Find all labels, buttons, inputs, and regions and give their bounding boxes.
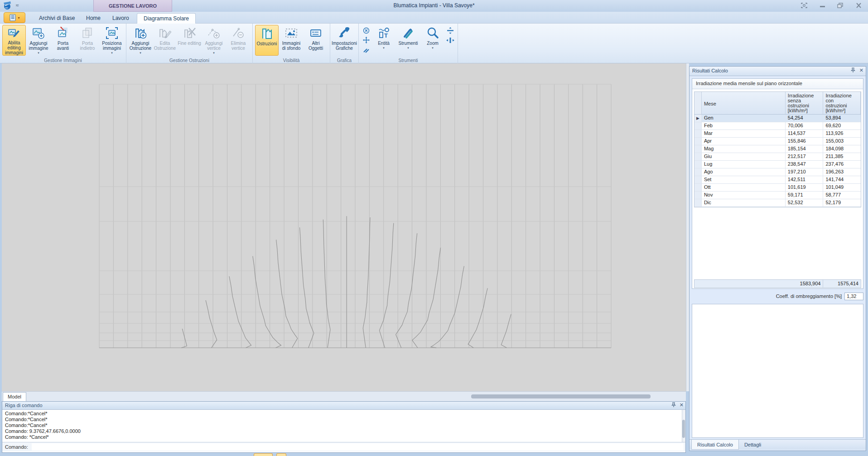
table-row-dic[interactable]: Dic 52,532 52,179 <box>694 199 861 207</box>
table-row-apr[interactable]: Apr 155,846 155,003 <box>694 138 861 145</box>
ribbon-button-ostruzioni[interactable]: Ostruzioni <box>255 25 279 56</box>
ribbon-group-label: Strumenti <box>359 58 458 63</box>
ribbon-button-edita-ostruzione: Edita Ostruzione <box>153 25 177 56</box>
ribbon-button-aggiungi-vertice: Aggiungi vertice▾ <box>202 25 226 56</box>
canvas-horizontal-scrollbar[interactable] <box>471 394 651 398</box>
ribbon-button-elimina-vertice: Elimina vertice <box>227 25 250 56</box>
table-row-ott[interactable]: Ott 101,619 101,049 <box>694 184 861 192</box>
ribbon-button-strumenti[interactable]: Strumenti▾ <box>396 25 420 56</box>
table-row-nov[interactable]: Nov 59,171 58,777 <box>694 192 861 199</box>
panel-tab-risultati-calcolo[interactable]: Risultati Calcolo <box>691 440 739 450</box>
ribbon-button-porta-avanti[interactable]: Porta avanti <box>51 25 75 56</box>
cell-senza: 155,846 <box>786 138 824 145</box>
tab-model[interactable]: Model <box>3 392 26 401</box>
command-history[interactable]: Comando:*Cancel*Comando:*Cancel*Comando:… <box>2 410 685 442</box>
table-row-feb[interactable]: Feb 70,006 69,620 <box>694 122 861 130</box>
spacing-horizontal-icon[interactable] <box>446 36 455 44</box>
canvas-vertical-scrollbar[interactable] <box>686 63 689 391</box>
ribbon-button-impostazioni-grafiche[interactable]: Impostazioni Grafiche <box>333 25 356 56</box>
command-history-scrollbar[interactable] <box>682 410 685 442</box>
cell-con: 101,049 <box>823 184 861 191</box>
table-row-set[interactable]: Set 142,511 141,744 <box>694 176 861 184</box>
command-input[interactable] <box>32 443 684 451</box>
table-row-mag[interactable]: Mag 185,154 184,098 <box>694 145 861 153</box>
cell-senza: 114,537 <box>786 130 824 137</box>
ribbon-button-zoom[interactable]: Zoom▾ <box>421 25 444 56</box>
ribbon-button-label: Aggiungi vertice <box>205 41 223 51</box>
row-indicator <box>694 168 702 176</box>
cell-mese: Nov <box>702 192 786 199</box>
close-button[interactable] <box>853 2 864 9</box>
ribbon-button-label: Aggiungi Ostruzione <box>130 41 151 51</box>
delete-vertex-icon <box>231 26 245 40</box>
cell-senza: 54,254 <box>786 115 824 122</box>
cell-con: 155,003 <box>823 138 861 145</box>
column-header-senza[interactable]: Irradiazione senzaostruzioni [kWh/m²] <box>786 92 824 114</box>
panel-tab-dettagli[interactable]: Dettagli <box>739 440 767 450</box>
table-header-row: Mese Irradiazione senzaostruzioni [kWh/m… <box>694 92 861 115</box>
cell-con: 196,263 <box>823 168 861 176</box>
window-bottom-edge <box>0 453 868 456</box>
ribbon-button-label: Edita Ostruzione <box>154 41 176 51</box>
results-panel-titlebar[interactable]: Risultati Calcolo ✕ <box>690 67 866 76</box>
spacing-vertical-icon[interactable] <box>446 27 455 34</box>
application-window: nn ≂ GESTIONE LAVORO Blumatica Impianti … <box>0 0 868 456</box>
ribbon-button-abilita-editing-immagini[interactable]: Abilita editing immagini <box>2 25 26 56</box>
fullscreen-button[interactable] <box>798 2 810 9</box>
close-icon[interactable]: ✕ <box>859 67 863 74</box>
ribbon-button-label: Entità <box>378 41 390 46</box>
command-history-line: Comando:*Cancel* <box>5 417 685 422</box>
ribbon-group-label: Grafica <box>330 58 358 63</box>
column-header-con[interactable]: Irradiazione conostruzioni [kWh/m²] <box>823 92 861 114</box>
tab-lavoro[interactable]: Lavoro <box>106 13 135 24</box>
move-icon[interactable] <box>362 36 371 44</box>
command-prompt-label: Comando: <box>2 444 32 450</box>
application-menu-button[interactable]: ▾ <box>4 12 25 23</box>
ribbon-button-aggiungi-ostruzione[interactable]: Aggiungi Ostruzione▾ <box>129 25 152 56</box>
command-panel-titlebar[interactable]: Riga di comando ✕ <box>2 402 685 410</box>
ribbon-group-grafica: Impostazioni GraficheGrafica <box>330 24 359 63</box>
table-row-gen[interactable]: ▶ Gen 54,254 53,894 <box>694 115 861 122</box>
irradiation-table[interactable]: Mese Irradiazione senzaostruzioni [kWh/m… <box>694 91 861 207</box>
tab-archivi-di-base[interactable]: Archivi di Base <box>33 13 81 24</box>
cell-mese: Ott <box>702 184 786 191</box>
edit-image-icon <box>7 27 21 39</box>
ribbon-group-visibilità: OstruzioniImmagini di sfondoAltri Oggett… <box>253 24 330 63</box>
details-empty-area <box>692 304 863 438</box>
ribbon-button-label: Porta avanti <box>57 41 69 51</box>
cell-mese: Set <box>702 176 786 183</box>
minimize-button[interactable] <box>816 2 828 9</box>
table-row-giu[interactable]: Giu 212,517 211,385 <box>694 153 861 161</box>
irradiation-box-title: Irradiazione media mensile sul piano ori… <box>692 79 863 89</box>
delete-icon[interactable] <box>362 27 371 34</box>
ribbon-button-altri-oggetti[interactable]: Altri Oggetti <box>304 25 328 56</box>
ribbon-button-label: Strumenti <box>399 41 418 46</box>
ribbon-button-aggiungi-immagine[interactable]: Aggiungi immagine▾ <box>27 25 50 56</box>
ribbon-button-immagini-di-sfondo[interactable]: Immagini di sfondo <box>280 25 303 56</box>
cell-mese: Apr <box>702 138 786 145</box>
cell-con: 211,385 <box>823 153 861 160</box>
finish-editing-icon <box>183 26 196 40</box>
restore-button[interactable] <box>834 2 846 9</box>
table-row-ago[interactable]: Ago 197,210 196,263 <box>694 168 861 176</box>
table-row-lug[interactable]: Lug 238,547 237,476 <box>694 161 861 168</box>
shading-coefficient-value: 1,32 <box>844 293 863 300</box>
column-header-mese[interactable]: Mese <box>702 92 786 114</box>
pin-icon[interactable] <box>851 67 855 74</box>
tab-diagramma-solare[interactable]: Diagramma Solare <box>137 13 196 24</box>
pin-icon[interactable] <box>671 402 676 408</box>
ribbon-button-entità[interactable]: TEntità▾ <box>372 25 395 56</box>
table-row-mar[interactable]: Mar 114,537 113,926 <box>694 130 861 138</box>
ribbon-button-posiziona-immagini[interactable]: Posiziona immagini▾ <box>100 25 124 56</box>
title-bar[interactable]: nn ≂ GESTIONE LAVORO Blumatica Impianti … <box>0 0 868 12</box>
layout-tab-bar: Model <box>2 391 686 401</box>
cell-senza: 142,511 <box>786 176 824 183</box>
graphic-settings-icon <box>338 26 351 40</box>
offset-icon[interactable] <box>362 46 371 53</box>
edit-obstruction-icon <box>158 26 172 40</box>
close-icon[interactable]: ✕ <box>680 402 684 408</box>
tab-home[interactable]: Home <box>80 13 107 24</box>
cell-mese: Gen <box>702 115 786 122</box>
drawing-canvas[interactable] <box>2 63 686 391</box>
ribbon-button-fine-editing: Fine editing <box>178 25 201 56</box>
